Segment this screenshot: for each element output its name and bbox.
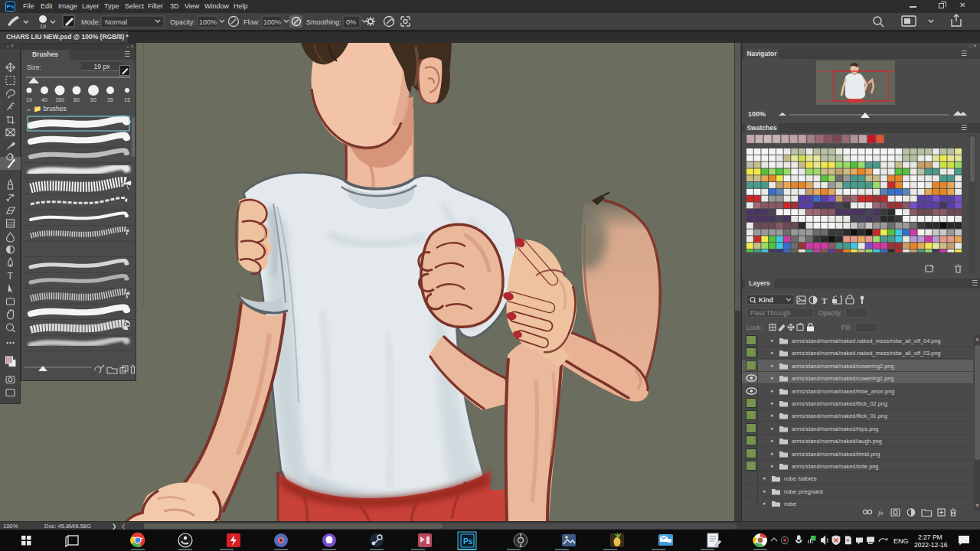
svg-text:Normal: Normal: [105, 18, 127, 26]
svg-text:35: 35: [107, 97, 113, 103]
svg-text:100%: 100%: [263, 18, 281, 26]
svg-text:150: 150: [55, 97, 64, 103]
svg-text:50: 50: [90, 97, 96, 103]
svg-text:Opacity:: Opacity:: [170, 18, 195, 26]
svg-text:Flow:: Flow:: [243, 18, 260, 26]
svg-text:ENG: ENG: [893, 537, 909, 545]
svg-text:19: 19: [26, 97, 32, 103]
svg-text:Fill:: Fill:: [841, 324, 851, 331]
svg-text:T: T: [8, 271, 14, 282]
svg-text:19: 19: [40, 24, 46, 29]
svg-text:80: 80: [74, 97, 80, 103]
svg-text:2:27 PM: 2:27 PM: [918, 533, 942, 541]
svg-text:Ps: Ps: [463, 537, 473, 546]
svg-text:40: 40: [41, 97, 47, 103]
svg-text:fx: fx: [878, 509, 884, 517]
svg-text:Smoothing:: Smoothing:: [306, 18, 341, 26]
svg-text:2022-12-16: 2022-12-16: [914, 541, 948, 549]
svg-text:15: 15: [124, 97, 130, 103]
svg-text:100%: 100%: [199, 18, 217, 26]
svg-text:Lock:: Lock:: [746, 324, 762, 331]
svg-text:Mode:: Mode:: [81, 18, 100, 26]
svg-text:Kind: Kind: [759, 296, 773, 304]
svg-text:T: T: [822, 296, 828, 305]
svg-text:0%: 0%: [346, 18, 356, 26]
